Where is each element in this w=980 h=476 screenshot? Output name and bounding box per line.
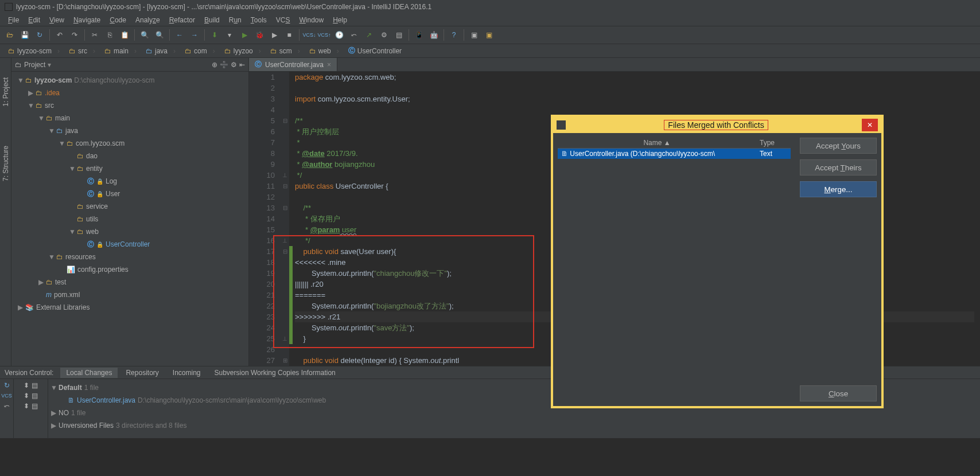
make-icon[interactable]: ⬇ (208, 29, 221, 41)
tree-controller[interactable]: Ⓒ🔒UserController (11, 238, 248, 251)
tree-dao[interactable]: 🗀dao (11, 150, 248, 162)
run-config-icon[interactable]: ▾ (223, 29, 236, 41)
tree-pkg[interactable]: ▼🗀com.lyyzoo.scm (11, 137, 248, 150)
tree-main[interactable]: ▼🗀main (11, 112, 248, 124)
tree-service[interactable]: 🗀service (11, 200, 248, 213)
vcs-revert-icon[interactable]: ⤺ (348, 29, 360, 41)
menu-analyze[interactable]: Analyze (131, 15, 165, 25)
dialog-titlebar[interactable]: Files Merged with Conflicts ✕ (553, 117, 881, 133)
paste-icon[interactable]: 📋 (118, 29, 131, 41)
menu-code[interactable]: Code (105, 15, 131, 25)
vcs-unversioned[interactable]: ▶Unversioned Files 3 directories and 8 f… (50, 419, 978, 432)
project-structure-icon[interactable]: ▤ (392, 29, 405, 41)
close-tab-icon[interactable]: × (327, 61, 331, 69)
vcs-update-icon[interactable]: VCS↓ (303, 29, 316, 41)
collapse-icon[interactable]: ⊕ (212, 61, 217, 69)
accept-yours-button[interactable]: Accept Yours (800, 138, 877, 154)
crumb-java[interactable]: 🗀java (141, 46, 180, 56)
vcs-tab-incoming[interactable]: Incoming (167, 368, 207, 378)
menu-vcs[interactable]: VCS (271, 15, 295, 25)
sdk-icon[interactable]: 📱 (413, 29, 425, 41)
sync-icon[interactable]: ↻ (33, 29, 46, 41)
debug-icon[interactable]: 🐞 (253, 29, 266, 41)
tree-resources[interactable]: ▼🗀resources (11, 251, 248, 263)
refresh-icon[interactable]: ↻ (4, 381, 10, 389)
tool2-icon[interactable]: ▣ (483, 29, 495, 41)
crumb-com[interactable]: 🗀com (180, 46, 220, 56)
vcs-no-changelist[interactable]: ▶NO 1 file (50, 407, 978, 419)
tree-pom[interactable]: mpom.xml (11, 288, 248, 301)
menu-run[interactable]: Run (224, 15, 246, 25)
crumb-web[interactable]: 🗀web (305, 46, 344, 56)
settings-icon[interactable]: ⚙ (378, 29, 390, 41)
col-type[interactable]: Type (756, 138, 791, 149)
menu-view[interactable]: View (45, 15, 69, 25)
tree-src[interactable]: ▼🗀src (11, 99, 248, 112)
expand-icon[interactable]: ⬍ ▤ (24, 402, 37, 410)
tree-entity[interactable]: ▼🗀entity (11, 162, 248, 175)
target-icon[interactable]: ➗ (220, 61, 228, 69)
vcs-history-icon[interactable]: 🕑 (333, 29, 345, 41)
accept-theirs-button[interactable]: Accept Theirs (800, 159, 877, 175)
menu-window[interactable]: Window (294, 15, 328, 25)
menu-tools[interactable]: Tools (246, 15, 271, 25)
vcs-commit-icon[interactable]: VCS↑ (318, 29, 330, 41)
tree-user[interactable]: Ⓒ🔒User (11, 188, 248, 200)
tool1-icon[interactable]: ▣ (468, 29, 480, 41)
redo-icon[interactable]: ↷ (68, 29, 81, 41)
crumb-main[interactable]: 🗀main (100, 46, 141, 56)
crumb-lyyzoo[interactable]: 🗀lyyzoo (220, 46, 266, 56)
tree-external[interactable]: ▶📚External Libraries (11, 301, 248, 314)
menu-navigate[interactable]: Navigate (69, 15, 105, 25)
tree-web[interactable]: ▼🗀web (11, 225, 248, 238)
tree-log[interactable]: Ⓒ🔒Log (11, 175, 248, 188)
tree-root[interactable]: ▼🗀lyyzoo-scm D:\chiangchou\lyyzoo-scm (11, 74, 248, 87)
crumb-class[interactable]: ⒸUserController (344, 45, 406, 57)
back-icon[interactable]: ← (173, 29, 186, 41)
menu-edit[interactable]: Edit (24, 15, 45, 25)
crumb-scm[interactable]: 🗀scm (266, 46, 305, 56)
side-tab-structure[interactable]: 7: Structure (1, 143, 11, 184)
menu-build[interactable]: Build (200, 15, 224, 25)
save-icon[interactable]: 💾 (18, 29, 31, 41)
side-tab-project[interactable]: 1: Project (1, 75, 11, 109)
tree-test[interactable]: ▶🗀test (11, 276, 248, 288)
crumb-project[interactable]: 🗀lyyzoo-scm (3, 46, 64, 56)
dialog-close-icon[interactable]: ✕ (862, 119, 878, 131)
cut-icon[interactable]: ✂ (88, 29, 101, 41)
help-icon[interactable]: ? (448, 29, 460, 41)
editor-tab[interactable]: Ⓒ UserController.java × (249, 58, 337, 71)
col-name[interactable]: Name ▲ (558, 138, 756, 149)
undo-icon[interactable]: ↶ (53, 29, 66, 41)
coverage-icon[interactable]: ▶ (268, 29, 281, 41)
group-icon[interactable]: ⬍ ▤ (24, 392, 37, 400)
menu-help[interactable]: Help (328, 15, 352, 25)
vcs-tab-svn[interactable]: Subversion Working Copies Information (209, 368, 341, 378)
run-icon[interactable]: ▶ (238, 29, 251, 41)
tree-java[interactable]: ▼🗀java (11, 124, 248, 137)
menu-refactor[interactable]: Refactor (165, 15, 200, 25)
stop-icon[interactable]: ■ (283, 29, 295, 41)
conflict-row[interactable]: 🗎 UserController.java (D:\chiangchou\lyy… (558, 149, 791, 159)
crumb-src[interactable]: 🗀src (64, 46, 100, 56)
find-icon[interactable]: 🔍 (138, 29, 151, 41)
avd-icon[interactable]: 🤖 (427, 29, 440, 41)
vcs-text-icon[interactable]: VCS (1, 393, 12, 399)
diff-icon[interactable]: ⬍ ▤ (24, 381, 37, 389)
hide-icon[interactable]: ⇤ (239, 61, 245, 69)
vcs-tab-repo[interactable]: Repository (120, 368, 164, 378)
vcs-push-icon[interactable]: ↗ (363, 29, 375, 41)
gear-icon[interactable]: ⚙ (231, 61, 237, 69)
tree-config[interactable]: 📊config.properties (11, 263, 248, 276)
menu-file[interactable]: File (3, 15, 24, 25)
open-icon[interactable]: 🗁 (3, 29, 16, 41)
forward-icon[interactable]: → (188, 29, 201, 41)
replace-icon[interactable]: 🔍 (153, 29, 166, 41)
rollback-icon[interactable]: ⤺ (4, 402, 10, 410)
tree-idea[interactable]: ▶🗀.idea (11, 87, 248, 99)
tree-utils[interactable]: 🗀utils (11, 213, 248, 225)
close-button[interactable]: Close (800, 385, 877, 401)
merge-button[interactable]: Merge... (800, 181, 877, 197)
vcs-tab-local[interactable]: Local Changes (60, 368, 118, 378)
copy-icon[interactable]: ⎘ (103, 29, 116, 41)
